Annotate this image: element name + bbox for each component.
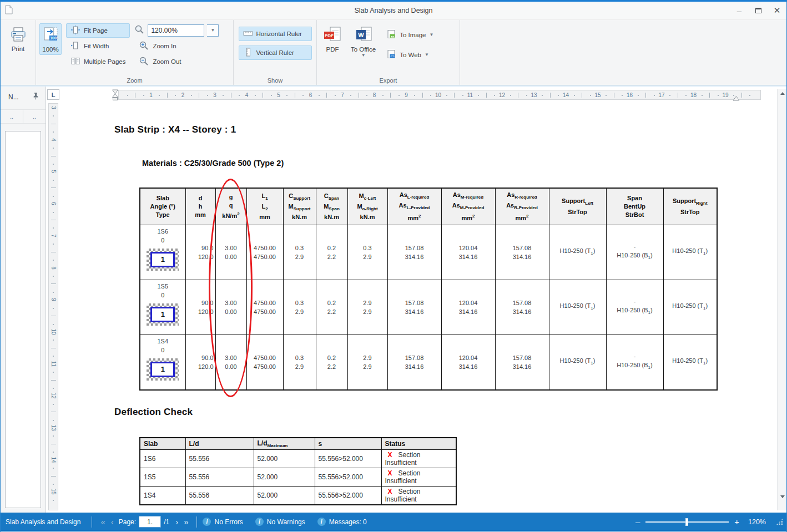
zoom-value-input[interactable] — [148, 24, 204, 37]
zoom-out-slider-button[interactable]: – — [635, 517, 640, 526]
export-group: PDF PDF W To Office ▼ To Image ▼ — [317, 20, 460, 85]
scroll-up-button[interactable] — [778, 89, 787, 98]
zoom-percent-label: 120% — [748, 518, 766, 526]
print-label: Print — [12, 45, 25, 52]
ruler-number: 12 — [497, 92, 508, 99]
vertical-scrollbar[interactable] — [777, 89, 786, 510]
title-bar: Slab Analysis and Design – ✕ — [1, 2, 786, 20]
multiple-pages-label: Multiple Pages — [84, 58, 125, 65]
fit-page-button[interactable]: Fit Page — [66, 23, 130, 38]
nav-panel-title: N... — [8, 93, 19, 101]
previous-page-button[interactable]: ‹ — [108, 518, 117, 526]
g-q-cell: 3.000.00 — [215, 280, 246, 335]
zoom-dropdown-button[interactable]: ▼ — [207, 24, 219, 37]
pin-icon[interactable] — [33, 92, 39, 102]
word-icon: W — [354, 27, 373, 44]
zoom-out-icon — [139, 56, 149, 68]
nav-panel-buttons: .. .. — [1, 109, 46, 124]
ruler-number: 8 — [369, 92, 380, 99]
zoom-slider[interactable] — [645, 518, 729, 526]
deflection-column-header: Slab — [140, 438, 185, 450]
export-web-button[interactable]: <> To Web ▼ — [382, 48, 438, 62]
chevron-down-icon: ▼ — [429, 33, 433, 37]
resize-grip[interactable] — [776, 518, 783, 525]
export-image-button[interactable]: To Image ▼ — [382, 28, 438, 42]
as-right-cell: 157.08314.16 — [495, 280, 549, 335]
ruler-number: 3 — [209, 92, 220, 99]
column-header: dhmm — [185, 188, 215, 225]
slab-row: 1S40190.0120.03.000.004750.004750.000.32… — [140, 335, 717, 390]
web-icon: <> — [386, 49, 396, 60]
zoom-in-label: Zoom In — [153, 43, 176, 49]
page-label: Page: — [119, 518, 136, 526]
page-100-icon: 100 — [42, 27, 59, 44]
vertical-ruler-toggle[interactable]: Vertical Ruler — [239, 45, 312, 60]
export-office-button[interactable]: W To Office ▼ — [348, 23, 379, 62]
status-cell: XSection Insufficient — [381, 487, 456, 505]
as-right-cell: 157.08314.16 — [495, 225, 549, 280]
status-bar: Slab Analysis and Design « ‹ Page: /1 › … — [1, 513, 786, 531]
zoom-100-button[interactable]: 100 100% — [39, 23, 62, 55]
ruler-number: 6 — [305, 92, 316, 99]
next-page-button[interactable]: › — [173, 518, 181, 526]
d-h-cell: 90.0120.0 — [185, 280, 215, 335]
multiple-pages-button[interactable]: Multiple Pages — [66, 54, 130, 69]
ruler-number: 6 — [49, 199, 57, 208]
ruler-number: 3 — [49, 103, 57, 112]
column-header: gqkN/m2 — [215, 188, 246, 225]
slab-type-number: 1 — [150, 307, 175, 322]
horizontal-ruler-toggle[interactable]: Horizontal Ruler — [239, 27, 312, 41]
page-number-input[interactable] — [139, 516, 161, 528]
ruler-number: 2 — [178, 92, 189, 99]
vertical-ruler: 3456789101112131415 — [47, 103, 59, 510]
ruler-number: 19 — [720, 92, 731, 99]
info-icon: i — [255, 518, 264, 526]
slab-type-icon: 1 — [147, 249, 179, 271]
zoom-100-label: 100% — [42, 46, 58, 53]
d-h-cell: 90.0120.0 — [185, 335, 215, 390]
zoom-out-button[interactable]: Zoom Out — [134, 54, 219, 69]
ruler-number: 14 — [561, 92, 572, 99]
column-header: CSpanMSpankN.m — [316, 188, 347, 225]
multiple-pages-icon — [70, 56, 80, 67]
print-button[interactable]: Print — [7, 23, 29, 54]
export-pdf-button[interactable]: PDF PDF — [320, 23, 345, 62]
export-office-label: To Office — [351, 46, 376, 53]
length-cell: 4750.004750.00 — [246, 225, 283, 280]
slab-type-number: 1 — [150, 252, 175, 267]
zoom-in-slider-button[interactable]: + — [734, 517, 739, 526]
preview-area: N... .. .. L 123456789101112131415161718… — [1, 87, 786, 513]
fail-mark: X — [388, 469, 392, 477]
span-rebar-cell: -H10-250 (B1) — [606, 335, 663, 390]
materials-subtitle: Materials : C25/30/Grade 500 (Type 2) — [142, 159, 284, 168]
last-page-button[interactable]: » — [181, 518, 191, 526]
nav-prev-button[interactable]: .. — [1, 110, 23, 123]
ruler-number: 15 — [592, 92, 603, 99]
errors-status: iNo Errors — [203, 518, 243, 526]
minimize-button[interactable]: – — [730, 2, 749, 19]
deflection-column-header: L/dMaximum — [254, 438, 315, 450]
slab-row: 1S60190.0120.03.000.004750.004750.000.32… — [140, 225, 717, 280]
first-page-button[interactable]: « — [98, 518, 108, 526]
zoom-in-button[interactable]: Zoom In — [134, 39, 219, 53]
slab-type-icon: 1 — [147, 303, 179, 326]
deflection-column-header: Status — [381, 438, 456, 450]
slab-type-icon: 1 — [147, 358, 179, 381]
ruler-number: 15 — [49, 487, 57, 496]
svg-text:<>: <> — [391, 54, 395, 58]
close-button[interactable]: ✕ — [768, 2, 786, 19]
fit-width-button[interactable]: Fit Width — [66, 39, 130, 53]
scroll-down-button[interactable] — [778, 492, 787, 501]
slab-row: 1S50190.0120.03.000.004750.004750.000.32… — [140, 280, 717, 335]
zoom-slider-thumb[interactable] — [685, 518, 688, 526]
magnifier-icon — [134, 24, 145, 37]
fail-mark: X — [388, 488, 392, 495]
nav-next-button[interactable]: .. — [23, 110, 46, 123]
ruler-number: 11 — [465, 92, 476, 99]
vertical-ruler-label: Vertical Ruler — [256, 49, 294, 56]
as-mid-cell: 120.04314.16 — [441, 335, 495, 390]
ruler-number: 5 — [273, 92, 284, 99]
ruler-number: 14 — [49, 455, 57, 464]
maximize-button[interactable] — [749, 2, 768, 19]
thumbnail-pane[interactable] — [5, 131, 41, 508]
